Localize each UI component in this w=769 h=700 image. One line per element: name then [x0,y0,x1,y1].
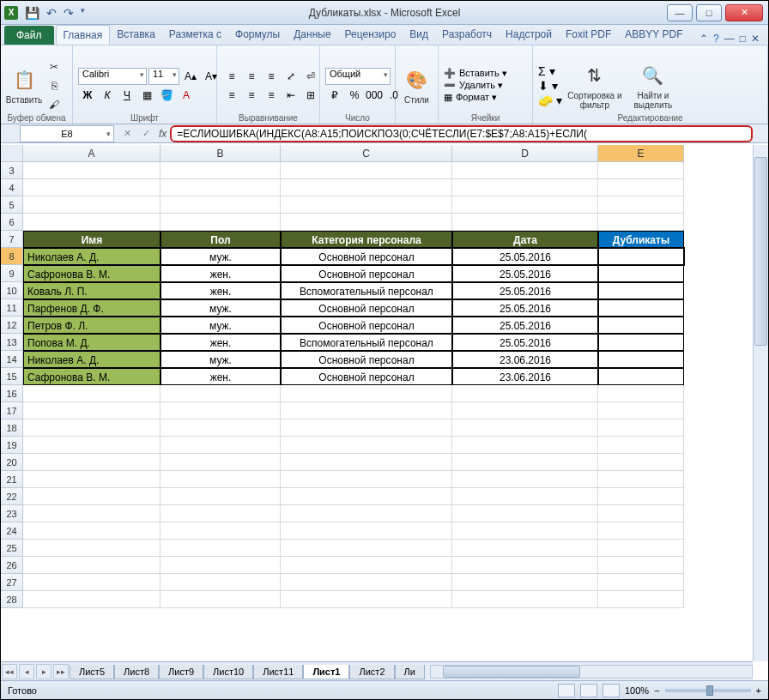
cell-A22[interactable] [23,488,160,505]
cell-B14[interactable]: муж. [160,351,281,368]
cell-A26[interactable] [23,557,160,574]
align-middle-icon[interactable]: ≡ [242,68,261,85]
close-button[interactable]: ✕ [725,4,763,21]
row-header[interactable]: 8 [1,248,23,265]
sheet-nav-prev[interactable]: ◂ [19,664,34,679]
cell-D6[interactable] [452,214,598,231]
cell-D10[interactable]: 25.05.2016 [452,282,598,299]
tab-foxit pdf[interactable]: Foxit PDF [559,25,618,45]
cell-E5[interactable] [598,196,684,214]
tab-file[interactable]: Файл [4,26,54,45]
cell-E8[interactable] [598,248,684,265]
cell-B6[interactable] [160,214,281,231]
cell-A23[interactable] [23,505,160,522]
cell-E20[interactable] [598,454,684,471]
tab-разметка с[interactable]: Разметка с [162,25,228,45]
cell-C5[interactable] [281,196,452,214]
minimize-button[interactable]: — [667,4,693,21]
cell-C4[interactable] [281,179,452,196]
cell-C3[interactable] [281,162,452,179]
tab-главная[interactable]: Главная [56,25,111,45]
cell-C21[interactable] [281,471,452,488]
cell-D28[interactable] [452,591,598,608]
cell-A28[interactable] [23,591,160,608]
cell-A16[interactable] [23,385,160,402]
format-painter-icon[interactable]: 🖌 [45,96,63,113]
cell-D26[interactable] [452,557,598,574]
cell-E13[interactable] [598,334,684,351]
cell-D14[interactable]: 23.06.2016 [452,351,598,368]
cell-E23[interactable] [598,505,684,522]
sort-filter-button[interactable]: ⇅ Сортировка и фильтр [566,57,624,114]
italic-button[interactable]: К [98,87,117,104]
row-header[interactable]: 26 [1,557,23,574]
cell-E28[interactable] [598,591,684,608]
cell-D17[interactable] [452,402,598,419]
row-header[interactable]: 27 [1,574,23,591]
qat-redo[interactable]: ↷ [64,6,74,20]
cell-B22[interactable] [160,488,281,505]
fx-icon[interactable]: fx [159,128,167,140]
cell-D23[interactable] [452,505,598,522]
cell-A6[interactable] [23,214,160,231]
cell-C16[interactable] [281,385,452,402]
tab-данные[interactable]: Данные [287,25,337,45]
cell-A13[interactable]: Попова М. Д. [23,334,160,351]
cell-E12[interactable] [598,317,684,334]
tab-abbyy pdf[interactable]: ABBYY PDF [618,25,689,45]
cancel-formula-icon[interactable]: ✕ [119,126,135,142]
cell-C28[interactable] [281,591,452,608]
view-break-icon[interactable] [602,684,620,697]
cell-D25[interactable] [452,540,598,557]
cell-E22[interactable] [598,488,684,505]
select-all-corner[interactable] [1,145,23,162]
cell-B11[interactable]: муж. [160,299,281,317]
paste-button[interactable]: 📋 Вставить [6,57,42,114]
tab-разработч[interactable]: Разработч [435,25,499,45]
cell-B21[interactable] [160,471,281,488]
cell-D3[interactable] [452,162,598,179]
row-header[interactable]: 5 [1,196,23,214]
cell-B24[interactable] [160,522,281,540]
cell-B9[interactable]: жен. [160,265,281,282]
qat-dropdown-icon[interactable]: ▾ [81,6,85,20]
cell-C27[interactable] [281,574,452,591]
sheet-tab-Лист11[interactable]: Лист11 [253,665,303,679]
cell-C18[interactable] [281,419,452,437]
cell-A20[interactable] [23,454,160,471]
qat-save[interactable]: 💾 [25,6,39,20]
maximize-button[interactable]: □ [696,4,722,21]
cell-D13[interactable]: 25.05.2016 [452,334,598,351]
cell-D27[interactable] [452,574,598,591]
styles-button[interactable]: 🎨 Стили [401,57,433,114]
cell-B12[interactable]: муж. [160,317,281,334]
help-icon[interactable]: ? [713,33,719,45]
row-header[interactable]: 13 [1,334,23,351]
row-header[interactable]: 14 [1,351,23,368]
font-name-combo[interactable]: Calibri [78,68,147,85]
cell-E24[interactable] [598,522,684,540]
align-left-icon[interactable]: ≡ [222,87,241,104]
cell-B18[interactable] [160,419,281,437]
row-header[interactable]: 23 [1,505,23,522]
insert-cells-button[interactable]: ➕Вставить ▾ [444,68,507,79]
row-header[interactable]: 6 [1,214,23,231]
col-header-B[interactable]: B [160,145,281,162]
row-header[interactable]: 10 [1,282,23,299]
cell-D21[interactable] [452,471,598,488]
qat-undo[interactable]: ↶ [46,6,57,20]
row-header[interactable]: 11 [1,299,23,317]
cell-A12[interactable]: Петров Ф. Л. [23,317,160,334]
row-header[interactable]: 19 [1,437,23,454]
sheet-tab-Лист2[interactable]: Лист2 [349,665,394,679]
cell-B10[interactable]: жен. [160,282,281,299]
cell-E17[interactable] [598,402,684,419]
grow-font-icon[interactable]: A▴ [181,68,200,85]
cell-E6[interactable] [598,214,684,231]
col-header-A[interactable]: A [23,145,160,162]
cell-A24[interactable] [23,522,160,540]
sheet-nav-next[interactable]: ▸ [36,664,51,679]
cell-B17[interactable] [160,402,281,419]
cell-D4[interactable] [452,179,598,196]
ribbon-minimize-icon[interactable]: ⌃ [699,33,708,45]
